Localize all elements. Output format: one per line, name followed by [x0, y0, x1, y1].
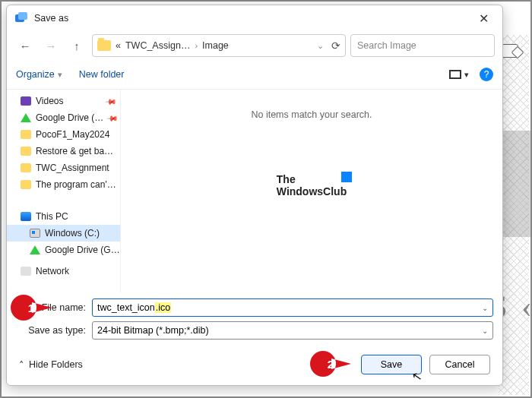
type-value: 24-bit Bitmap (*.bmp;*.dib): [97, 325, 209, 336]
tree-item-drive-c[interactable]: Windows (C:): [7, 225, 120, 242]
folder-icon: [21, 130, 31, 139]
network-icon: [21, 267, 31, 276]
annotation-callout-2: 2: [310, 351, 351, 377]
view-switcher[interactable]: ▾: [449, 70, 469, 80]
chevron-down-icon[interactable]: ⌄: [482, 304, 488, 312]
folder-icon: [21, 163, 31, 172]
path-prefix: «: [116, 40, 121, 51]
tree-item-gdrive[interactable]: Google Drive (…📌: [7, 109, 120, 126]
chevron-right-icon: ›: [195, 41, 198, 50]
folder-icon: [97, 40, 111, 51]
refresh-button[interactable]: ⟳: [331, 39, 340, 52]
nav-back-button[interactable]: ←: [14, 35, 36, 56]
gdrive-icon: [30, 245, 40, 254]
tree-item-network[interactable]: Network: [7, 263, 120, 280]
empty-message: No items match your search.: [251, 109, 372, 120]
cancel-button[interactable]: Cancel: [429, 355, 490, 374]
folder-icon: [21, 180, 31, 189]
save-as-dialog: Save as ✕ ← → ↑ « TWC_Assign… › Image ⌄ …: [6, 5, 503, 386]
watermark: TheWindowsClub: [277, 173, 347, 197]
dialog-title: Save as: [34, 13, 473, 24]
help-button[interactable]: ?: [480, 68, 493, 81]
new-folder-button[interactable]: New folder: [79, 69, 125, 80]
chevron-up-icon: ˄: [19, 359, 24, 371]
search-placeholder: Search Image: [357, 40, 416, 51]
breadcrumb-2[interactable]: Image: [202, 40, 229, 51]
search-input[interactable]: Search Image: [350, 34, 495, 57]
tree-item-videos[interactable]: Videos📌: [7, 93, 120, 109]
filename-input[interactable]: twc_text_icon.ico ⌄: [92, 298, 493, 317]
nav-up-button[interactable]: ↑: [66, 35, 87, 56]
close-button[interactable]: ✕: [473, 8, 495, 29]
pin-icon: 📌: [105, 95, 117, 107]
tree-item-folder[interactable]: TWC_Assignment: [7, 160, 120, 176]
hide-folders-toggle[interactable]: ˄Hide Folders: [19, 359, 83, 371]
pin-icon: 📌: [106, 112, 119, 124]
breadcrumb-1[interactable]: TWC_Assign…: [125, 40, 190, 51]
video-icon: [21, 96, 31, 106]
tree-item-this-pc[interactable]: This PC: [7, 208, 120, 225]
chevron-down-icon[interactable]: ⌄: [482, 327, 488, 335]
tree-item-gdrive-g[interactable]: Google Drive (G…: [7, 242, 120, 258]
breadcrumb-path[interactable]: « TWC_Assign… › Image ⌄ ⟳: [92, 34, 346, 57]
type-label: Save as type:: [16, 325, 86, 336]
save-type-select[interactable]: 24-bit Bitmap (*.bmp;*.dib) ⌄: [92, 321, 493, 340]
nav-forward-button[interactable]: →: [40, 35, 62, 56]
folder-icon: [21, 147, 31, 156]
titlebar: Save as ✕: [7, 5, 502, 31]
tree-item-folder[interactable]: Restore & get ba…: [7, 143, 120, 160]
file-list-area: No items match your search. TheWindowsCl…: [121, 90, 502, 292]
tree-item-folder[interactable]: The program can'…: [7, 176, 120, 193]
gdrive-icon: [21, 113, 31, 122]
svg-rect-1: [18, 12, 27, 20]
annotation-callout-1: 1: [11, 295, 52, 321]
drive-icon: [30, 229, 40, 238]
organize-menu[interactable]: Organize▾: [16, 69, 62, 80]
filename-value: twc_text_icon.ico: [97, 302, 171, 313]
pc-icon: [21, 212, 31, 221]
chevron-down-icon[interactable]: ⌄: [317, 41, 324, 51]
nav-tree: Videos📌 Google Drive (…📌 PocoF1_May2024 …: [7, 90, 121, 292]
app-icon: [14, 11, 28, 25]
tree-item-folder[interactable]: PocoF1_May2024: [7, 126, 120, 143]
